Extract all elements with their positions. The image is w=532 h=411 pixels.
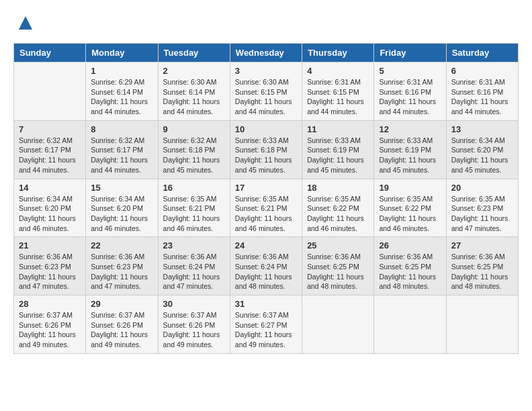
- calendar-week-row: 7 Sunrise: 6:32 AMSunset: 6:17 PMDayligh…: [14, 120, 519, 179]
- day-info: Sunrise: 6:37 AMSunset: 6:26 PMDaylight:…: [91, 310, 152, 350]
- calendar-table: SundayMondayTuesdayWednesdayThursdayFrid…: [13, 43, 519, 354]
- day-number: 27: [451, 240, 513, 250]
- day-info: Sunrise: 6:32 AMSunset: 6:17 PMDaylight:…: [91, 136, 152, 175]
- day-number: 18: [307, 183, 369, 193]
- day-info: Sunrise: 6:34 AMSunset: 6:20 PMDaylight:…: [451, 136, 513, 175]
- calendar-cell: 22 Sunrise: 6:36 AMSunset: 6:23 PMDaylig…: [86, 237, 158, 295]
- calendar-cell: 11 Sunrise: 6:33 AMSunset: 6:19 PMDaylig…: [302, 120, 374, 179]
- calendar-cell: 6 Sunrise: 6:31 AMSunset: 6:16 PMDayligh…: [446, 62, 518, 121]
- calendar-cell: 1 Sunrise: 6:29 AMSunset: 6:14 PMDayligh…: [86, 62, 158, 121]
- header-thursday: Thursday: [302, 44, 374, 62]
- day-number: 31: [235, 299, 297, 309]
- calendar-cell: 15 Sunrise: 6:34 AMSunset: 6:20 PMDaylig…: [86, 179, 158, 237]
- day-number: 24: [235, 240, 297, 250]
- day-number: 6: [451, 66, 513, 76]
- day-info: Sunrise: 6:33 AMSunset: 6:19 PMDaylight:…: [379, 136, 441, 175]
- day-number: 2: [163, 66, 225, 76]
- day-number: 17: [235, 183, 297, 193]
- calendar-cell: 28 Sunrise: 6:37 AMSunset: 6:26 PMDaylig…: [14, 295, 86, 354]
- day-number: 7: [19, 124, 81, 134]
- calendar-cell: 10 Sunrise: 6:33 AMSunset: 6:18 PMDaylig…: [230, 120, 302, 179]
- calendar-cell: [374, 295, 446, 354]
- calendar-cell: 19 Sunrise: 6:35 AMSunset: 6:22 PMDaylig…: [374, 179, 446, 237]
- calendar-cell: 29 Sunrise: 6:37 AMSunset: 6:26 PMDaylig…: [86, 295, 158, 354]
- day-info: Sunrise: 6:30 AMSunset: 6:14 PMDaylight:…: [163, 77, 225, 117]
- day-number: 15: [91, 183, 152, 193]
- header-wednesday: Wednesday: [230, 44, 302, 62]
- day-number: 11: [307, 124, 369, 134]
- calendar-cell: 14 Sunrise: 6:34 AMSunset: 6:20 PMDaylig…: [14, 179, 86, 237]
- calendar-cell: 24 Sunrise: 6:36 AMSunset: 6:24 PMDaylig…: [230, 237, 302, 295]
- calendar-cell: 18 Sunrise: 6:35 AMSunset: 6:22 PMDaylig…: [302, 179, 374, 237]
- day-info: Sunrise: 6:36 AMSunset: 6:25 PMDaylight:…: [307, 252, 369, 291]
- header-tuesday: Tuesday: [158, 44, 230, 62]
- calendar-cell: 20 Sunrise: 6:35 AMSunset: 6:23 PMDaylig…: [446, 179, 518, 237]
- calendar-cell: 7 Sunrise: 6:32 AMSunset: 6:17 PMDayligh…: [14, 120, 86, 179]
- calendar-cell: 21 Sunrise: 6:36 AMSunset: 6:23 PMDaylig…: [14, 237, 86, 295]
- calendar-week-row: 14 Sunrise: 6:34 AMSunset: 6:20 PMDaylig…: [14, 179, 519, 237]
- day-info: Sunrise: 6:32 AMSunset: 6:17 PMDaylight:…: [19, 136, 81, 175]
- calendar-cell: 12 Sunrise: 6:33 AMSunset: 6:19 PMDaylig…: [374, 120, 446, 179]
- day-info: Sunrise: 6:35 AMSunset: 6:21 PMDaylight:…: [163, 194, 225, 234]
- day-number: 5: [379, 66, 441, 76]
- calendar-cell: 30 Sunrise: 6:37 AMSunset: 6:26 PMDaylig…: [158, 295, 230, 354]
- day-info: Sunrise: 6:36 AMSunset: 6:23 PMDaylight:…: [19, 252, 81, 291]
- calendar-cell: 3 Sunrise: 6:30 AMSunset: 6:15 PMDayligh…: [230, 62, 302, 121]
- day-info: Sunrise: 6:34 AMSunset: 6:20 PMDaylight:…: [19, 194, 81, 234]
- day-info: Sunrise: 6:31 AMSunset: 6:16 PMDaylight:…: [379, 77, 441, 117]
- calendar-cell: 23 Sunrise: 6:36 AMSunset: 6:24 PMDaylig…: [158, 237, 230, 295]
- day-number: 23: [163, 240, 225, 250]
- day-info: Sunrise: 6:35 AMSunset: 6:22 PMDaylight:…: [379, 194, 441, 234]
- day-number: 30: [163, 299, 225, 309]
- day-number: 29: [91, 299, 152, 309]
- day-number: 4: [307, 66, 369, 76]
- calendar-cell: 13 Sunrise: 6:34 AMSunset: 6:20 PMDaylig…: [446, 120, 518, 179]
- header-friday: Friday: [374, 44, 446, 62]
- calendar-cell: 25 Sunrise: 6:36 AMSunset: 6:25 PMDaylig…: [302, 237, 374, 295]
- calendar-header-row: SundayMondayTuesdayWednesdayThursdayFrid…: [14, 44, 519, 62]
- day-number: 12: [379, 124, 441, 134]
- day-number: 26: [379, 240, 441, 250]
- calendar-cell: 26 Sunrise: 6:36 AMSunset: 6:25 PMDaylig…: [374, 237, 446, 295]
- calendar-cell: [14, 62, 86, 121]
- day-info: Sunrise: 6:36 AMSunset: 6:23 PMDaylight:…: [91, 252, 152, 291]
- calendar-cell: 9 Sunrise: 6:32 AMSunset: 6:18 PMDayligh…: [158, 120, 230, 179]
- day-info: Sunrise: 6:37 AMSunset: 6:27 PMDaylight:…: [235, 310, 297, 350]
- calendar-cell: 31 Sunrise: 6:37 AMSunset: 6:27 PMDaylig…: [230, 295, 302, 354]
- day-info: Sunrise: 6:36 AMSunset: 6:24 PMDaylight:…: [235, 252, 297, 291]
- logo: [13, 13, 35, 32]
- day-number: 20: [451, 183, 513, 193]
- calendar-cell: 27 Sunrise: 6:36 AMSunset: 6:25 PMDaylig…: [446, 237, 518, 295]
- day-number: 10: [235, 124, 297, 134]
- day-info: Sunrise: 6:31 AMSunset: 6:16 PMDaylight:…: [451, 77, 513, 117]
- day-info: Sunrise: 6:37 AMSunset: 6:26 PMDaylight:…: [19, 310, 81, 350]
- day-number: 3: [235, 66, 297, 76]
- calendar-cell: 16 Sunrise: 6:35 AMSunset: 6:21 PMDaylig…: [158, 179, 230, 237]
- day-info: Sunrise: 6:35 AMSunset: 6:23 PMDaylight:…: [451, 194, 513, 234]
- day-info: Sunrise: 6:36 AMSunset: 6:24 PMDaylight:…: [163, 252, 225, 291]
- day-info: Sunrise: 6:36 AMSunset: 6:25 PMDaylight:…: [379, 252, 441, 291]
- calendar-week-row: 1 Sunrise: 6:29 AMSunset: 6:14 PMDayligh…: [14, 62, 519, 121]
- day-number: 22: [91, 240, 152, 250]
- calendar-cell: 5 Sunrise: 6:31 AMSunset: 6:16 PMDayligh…: [374, 62, 446, 121]
- day-info: Sunrise: 6:37 AMSunset: 6:26 PMDaylight:…: [163, 310, 225, 350]
- day-number: 13: [451, 124, 513, 134]
- day-number: 16: [163, 183, 225, 193]
- day-number: 14: [19, 183, 81, 193]
- day-info: Sunrise: 6:29 AMSunset: 6:14 PMDaylight:…: [91, 77, 152, 117]
- day-info: Sunrise: 6:34 AMSunset: 6:20 PMDaylight:…: [91, 194, 152, 234]
- day-number: 1: [91, 66, 152, 76]
- day-info: Sunrise: 6:33 AMSunset: 6:18 PMDaylight:…: [235, 136, 297, 175]
- day-number: 21: [19, 240, 81, 250]
- day-number: 28: [19, 299, 81, 309]
- calendar-week-row: 21 Sunrise: 6:36 AMSunset: 6:23 PMDaylig…: [14, 237, 519, 295]
- svg-marker-0: [19, 16, 32, 30]
- calendar-week-row: 28 Sunrise: 6:37 AMSunset: 6:26 PMDaylig…: [14, 295, 519, 354]
- logo-icon: [16, 13, 35, 32]
- day-info: Sunrise: 6:32 AMSunset: 6:18 PMDaylight:…: [163, 136, 225, 175]
- day-info: Sunrise: 6:35 AMSunset: 6:21 PMDaylight:…: [235, 194, 297, 234]
- header-saturday: Saturday: [446, 44, 518, 62]
- day-info: Sunrise: 6:36 AMSunset: 6:25 PMDaylight:…: [451, 252, 513, 291]
- day-info: Sunrise: 6:35 AMSunset: 6:22 PMDaylight:…: [307, 194, 369, 234]
- day-info: Sunrise: 6:31 AMSunset: 6:15 PMDaylight:…: [307, 77, 369, 117]
